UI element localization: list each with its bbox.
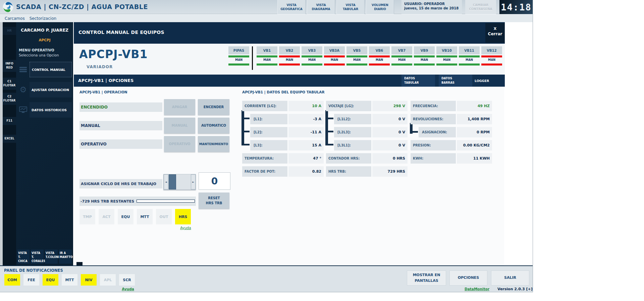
sidebar-bottom-buttons: VISTA T. CHICA VISTA T. CORALES VISTA T.… <box>17 250 72 264</box>
menu-sectorizacion[interactable]: Sectorizacion <box>30 16 56 21</box>
fee-button[interactable]: FEE <box>23 274 39 286</box>
data-value: 1,408 RPM <box>457 114 492 124</box>
rail-item-info-red[interactable]: INFO RED <box>3 60 16 72</box>
nav-vista-geografica-button[interactable]: VISTA GEOGRAFICA <box>277 0 306 14</box>
data-label: VOLTAJE [LG]: <box>326 101 371 111</box>
datos-tabular-button[interactable]: DATOS TABULAR <box>401 75 435 87</box>
ir-a-mantto-button[interactable]: IR A MANTTO <box>59 250 72 264</box>
manual-button[interactable]: MANUAL <box>164 118 195 133</box>
sidebar-item-control-manual[interactable]: CONTROL MANUAL <box>17 62 72 77</box>
nav-volumen-diario-button[interactable]: VOLUMEN DIARIO <box>366 0 394 14</box>
hours-remaining-text: -729 HRS TRB RESTANTES <box>80 199 134 204</box>
rail-item-f11[interactable]: F11 <box>3 117 16 125</box>
mtt-button[interactable]: MTT <box>137 209 153 224</box>
scroll-thumb[interactable] <box>169 174 176 189</box>
data-value: 15 A <box>288 140 324 150</box>
cycle-hours-scrollbar[interactable]: ◄ ► <box>163 174 196 190</box>
mtt-notif-button[interactable]: MTT <box>62 274 77 286</box>
status-bar-bottom <box>228 63 249 66</box>
equipment-tab-vb10[interactable]: VB10 MAN <box>436 46 457 66</box>
data-value: 0 RPM <box>457 127 492 137</box>
equipment-tab-vb1[interactable]: VB1 MAN <box>257 46 277 66</box>
monitor-chart-icon <box>17 106 30 113</box>
equipment-tab-vb6[interactable]: VB6 MAN <box>369 46 390 66</box>
automatico-button[interactable]: AUTOMATICO <box>198 118 229 133</box>
footer-ayuda-link[interactable]: Ayuda <box>120 287 136 291</box>
operacion-ayuda-link[interactable]: Ayuda <box>178 226 194 230</box>
nav-vista-tabular-button[interactable]: VISTA TABULAR <box>336 0 365 14</box>
tab-button[interactable]: PIPAS <box>228 46 249 54</box>
vista-t-corales-button[interactable]: VISTA T. CORALES <box>31 250 44 264</box>
manual-row-label: MANUAL <box>79 121 162 130</box>
equipment-tab-vb3a[interactable]: VB3A MAN <box>324 46 345 66</box>
scroll-right-arrow-icon[interactable]: ► <box>191 174 196 189</box>
rail-item-excel[interactable]: EXCEL <box>3 135 16 143</box>
data-label: HRS TRB: <box>326 166 371 177</box>
tab-button[interactable]: VB3 <box>302 46 322 54</box>
tab-button[interactable]: VB12 <box>481 46 502 54</box>
nav-vista-diagrama-button[interactable]: VISTA DIAGRAMA <box>307 0 335 14</box>
mode-label: MAN <box>436 58 457 62</box>
com-button[interactable]: COM <box>4 274 20 286</box>
menu-carcamos[interactable]: Carcamos <box>5 16 25 21</box>
mode-label: MAN <box>302 58 322 62</box>
top-header-bar: SCADA | CN-ZC/ZD | AGUA POTABLE VISTA GE… <box>0 0 533 14</box>
equipment-tab-pipas[interactable]: PIPAS MAN <box>228 46 249 66</box>
close-button[interactable]: X Cerrar <box>485 23 505 43</box>
datos-barras-button[interactable]: DATOS BARRAS <box>439 75 472 87</box>
rail-item-c1-flotar[interactable]: C1 FLOTAR <box>3 78 16 90</box>
rail-item-c2-flotar[interactable]: C2 FLOTAR <box>3 93 16 105</box>
equipment-tab-vb5[interactable]: VB5 MAN <box>346 46 367 66</box>
act-button[interactable]: ACT <box>99 209 114 224</box>
operativo-button[interactable]: OPERATIVO <box>164 136 195 152</box>
status-bar-bottom <box>257 63 277 66</box>
reset-hrs-trb-button[interactable]: RESET HRS TRB <box>199 192 229 209</box>
logger-button[interactable]: LOGGER <box>475 75 505 87</box>
tab-button[interactable]: VB7 <box>391 46 412 54</box>
rail-item-hr[interactable]: HR <box>3 27 16 35</box>
tab-button[interactable]: VB5 <box>346 46 367 54</box>
tab-button[interactable]: VB3A <box>324 46 345 54</box>
tmp-button[interactable]: TMP <box>79 209 95 224</box>
tab-button[interactable]: VB2 <box>279 46 300 54</box>
tab-button[interactable]: VB11 <box>459 46 480 54</box>
sidebar-item-ajustar-operacion[interactable]: ⚙ AJUSTAR OPERACION <box>17 82 72 97</box>
equ-button[interactable]: EQU <box>118 209 133 224</box>
user-info-panel: USUARIO: OPERADOR jueves, 15 de marzo de… <box>401 0 462 14</box>
datamonitor-link[interactable]: DataMonitor <box>465 287 489 291</box>
window-left-strip <box>0 22 3 265</box>
data-label: KWH: <box>411 153 456 164</box>
hrs-button[interactable]: HRS <box>175 209 191 224</box>
scr-button[interactable]: SCR <box>119 274 135 286</box>
mostrar-en-pantallas-button[interactable]: MOSTRAR EN PANTALLAS <box>407 270 446 286</box>
equipment-tab-vb7[interactable]: VB7 MAN <box>391 46 412 66</box>
equ-notif-button[interactable]: EQU <box>43 274 58 286</box>
vista-t-chica-button[interactable]: VISTA T. CHICA <box>17 250 30 264</box>
change-password-button[interactable]: CAMBIAR CONTRASEÑA <box>465 0 496 14</box>
out-button[interactable]: OUT <box>156 209 172 224</box>
equipment-tab-vb3[interactable]: VB3 MAN <box>302 46 322 66</box>
status-bar-bottom <box>324 63 345 66</box>
tab-button[interactable]: VB1 <box>257 46 277 54</box>
vista-t-colonia-button[interactable]: VISTA T.COLONIA <box>45 250 58 264</box>
tab-button[interactable]: VB10 <box>436 46 457 54</box>
apagar-button[interactable]: APAGAR <box>164 99 195 115</box>
equipment-tab-vb9[interactable]: VB9 MAN <box>414 46 435 66</box>
niv-button[interactable]: NIV <box>81 274 97 286</box>
encender-button[interactable]: ENCENDER <box>198 99 229 115</box>
apl-button[interactable]: APL <box>100 274 116 286</box>
mantenimiento-button[interactable]: MANTENIMIENTO <box>198 136 229 152</box>
equipment-tab-vb2[interactable]: VB2 MAN <box>279 46 300 66</box>
data-label: ASIGNACION: <box>419 127 456 137</box>
mode-label: MAN <box>228 58 249 62</box>
options-bar: APCPJ-VB1 | OPCIONES DATOS TABULAR DATOS… <box>74 75 505 87</box>
equipment-tab-vb11[interactable]: VB11 MAN <box>459 46 480 66</box>
sidebar-item-datos-historicos[interactable]: DATOS HISTORICOS <box>17 102 72 118</box>
scroll-left-arrow-icon[interactable]: ◄ <box>164 174 168 189</box>
tab-button[interactable]: VB9 <box>414 46 435 54</box>
salir-button[interactable]: SALIR <box>491 270 529 286</box>
equipment-tab-vb12[interactable]: VB12 MAN <box>481 46 502 66</box>
opciones-button[interactable]: OPCIONES <box>449 270 487 286</box>
status-bar-bottom <box>391 63 412 66</box>
tab-button[interactable]: VB6 <box>369 46 390 54</box>
